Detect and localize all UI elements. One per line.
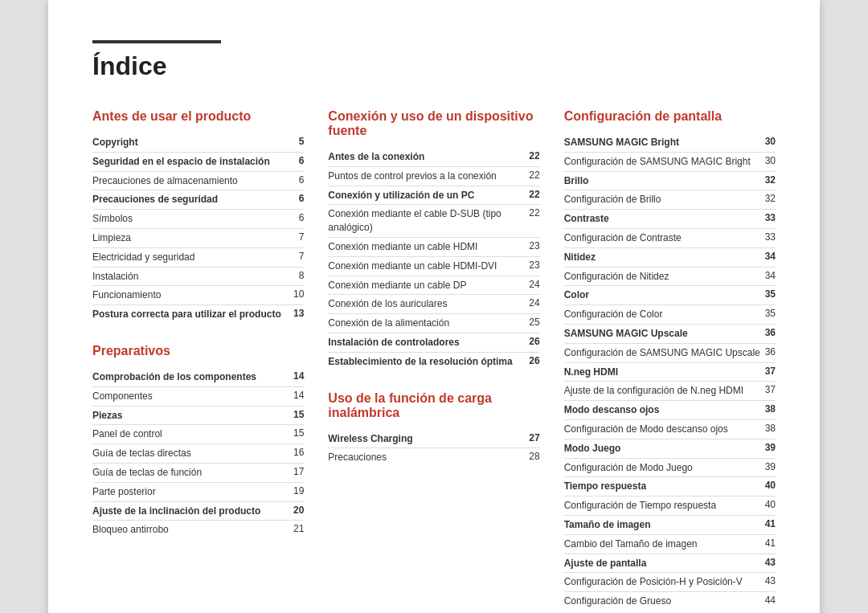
entry-page: 40 xyxy=(765,477,776,497)
table-row: Panel de control15 xyxy=(92,425,304,444)
table-row: Postura correcta para utilizar el produc… xyxy=(92,305,304,324)
table-row: Símbolos6 xyxy=(92,210,304,229)
entry-page: 13 xyxy=(293,305,304,324)
table-row: Tiempo respuesta40 xyxy=(564,477,776,497)
entry-label: Conexión mediante el cable D-SUB (tipo a… xyxy=(328,205,529,238)
entry-page: 33 xyxy=(765,210,776,229)
section-title-conexion: Conexión y uso de un dispositivo fuente xyxy=(328,109,539,138)
entry-page: 43 xyxy=(765,573,776,592)
entry-page: 39 xyxy=(765,439,776,458)
entry-page: 34 xyxy=(765,267,776,286)
column-2: Conexión y uso de un dispositivo fuente … xyxy=(328,109,563,613)
entry-page: 38 xyxy=(765,401,776,420)
entry-page: 32 xyxy=(765,171,776,190)
entry-label: Puntos de control previos a la conexión xyxy=(328,166,529,186)
section-configuracion: Configuración de pantalla SAMSUNG MAGIC … xyxy=(564,109,776,611)
entry-label: Establecimiento de la resolución óptima xyxy=(328,352,529,370)
entry-label: N.neg HDMI xyxy=(564,362,765,382)
entry-page: 30 xyxy=(765,133,776,152)
table-row: Wireless Charging27 xyxy=(328,430,539,448)
entry-label: Configuración de SAMSUNG MAGIC Upscale xyxy=(564,343,765,362)
toc-table-carga: Wireless Charging27Precauciones28 xyxy=(328,430,539,468)
entry-label: Cambio del Tamaño de imagen xyxy=(564,534,765,554)
entry-label: Contraste xyxy=(564,210,765,229)
entry-page: 24 xyxy=(529,295,539,314)
table-row: Modo Juego39 xyxy=(564,439,776,458)
entry-label: Conexión mediante un cable HDMI-DVI xyxy=(328,256,529,276)
entry-label: Guía de teclas de función xyxy=(92,463,292,482)
entry-label: Tiempo respuesta xyxy=(564,477,765,497)
entry-page: 10 xyxy=(293,286,304,305)
entry-label: Ajuste de pantalla xyxy=(564,554,765,573)
entry-label: Funcionamiento xyxy=(92,286,293,305)
entry-page: 16 xyxy=(292,444,304,464)
entry-label: Brillo xyxy=(564,171,765,190)
entry-label: Bloqueo antirrobo xyxy=(92,521,292,539)
entry-page: 44 xyxy=(765,592,776,611)
entry-page: 43 xyxy=(765,554,776,573)
entry-label: Símbolos xyxy=(92,210,293,229)
entry-label: Instalación de controladores xyxy=(328,333,529,352)
table-row: Precauciones de seguridad6 xyxy=(92,190,304,210)
table-row: Copyright5 xyxy=(92,133,304,152)
entry-label: Copyright xyxy=(92,133,293,152)
entry-page: 7 xyxy=(293,247,304,267)
table-row: Funcionamiento10 xyxy=(92,286,304,305)
entry-page: 20 xyxy=(292,501,304,521)
entry-label: Modo Juego xyxy=(564,439,765,458)
table-row: Configuración de Brillo32 xyxy=(564,190,776,210)
column-3: Configuración de pantalla SAMSUNG MAGIC … xyxy=(564,109,776,613)
table-row: Electricidad y seguridad7 xyxy=(92,247,304,267)
entry-label: Configuración de Color xyxy=(564,305,765,325)
entry-label: Comprobación de los componentes xyxy=(92,368,292,386)
table-row: Conexión mediante el cable D-SUB (tipo a… xyxy=(328,205,539,238)
entry-page: 24 xyxy=(529,276,539,295)
table-row: Parte posterior19 xyxy=(92,482,304,501)
table-row: Configuración de Modo Juego39 xyxy=(564,458,776,477)
table-row: Conexión mediante un cable HDMI-DVI23 xyxy=(328,256,539,276)
entry-label: Piezas xyxy=(92,406,292,425)
entry-label: Configuración de Modo descanso ojos xyxy=(564,419,765,439)
entry-label: Conexión mediante un cable HDMI xyxy=(328,237,529,256)
entry-label: Ajuste de la inclinación del producto xyxy=(92,501,292,521)
table-row: N.neg HDMI37 xyxy=(564,362,776,382)
title-bar xyxy=(92,40,221,43)
table-row: Instalación8 xyxy=(92,267,304,286)
entry-label: Antes de la conexión xyxy=(328,148,529,166)
entry-label: Configuración de SAMSUNG MAGIC Bright xyxy=(564,152,765,171)
entry-page: 6 xyxy=(293,210,304,229)
table-row: Brillo32 xyxy=(564,171,776,190)
table-row: Cambio del Tamaño de imagen41 xyxy=(564,534,776,554)
table-row: Puntos de control previos a la conexión2… xyxy=(328,166,539,186)
entry-page: 21 xyxy=(292,521,304,539)
entry-page: 36 xyxy=(765,324,776,343)
entry-page: 35 xyxy=(765,286,776,305)
entry-page: 37 xyxy=(765,382,776,401)
entry-label: Conexión de los auriculares xyxy=(328,295,529,314)
table-row: Conexión de la alimentación25 xyxy=(328,314,539,333)
entry-label: Modo descanso ojos xyxy=(564,401,765,420)
entry-page: 6 xyxy=(293,171,304,190)
section-antes: Antes de usar el producto Copyright5Segu… xyxy=(92,109,304,324)
entry-label: Configuración de Contraste xyxy=(564,228,765,247)
entry-page: 23 xyxy=(529,237,539,256)
entry-page: 14 xyxy=(292,386,304,406)
table-row: Configuración de Modo descanso ojos38 xyxy=(564,419,776,439)
entry-label: Nitidez xyxy=(564,247,765,267)
entry-page: 22 xyxy=(529,186,539,205)
table-row: Antes de la conexión22 xyxy=(328,148,539,166)
table-row: Nitidez34 xyxy=(564,247,776,267)
entry-page: 36 xyxy=(765,343,776,362)
section-title-antes: Antes de usar el producto xyxy=(92,109,304,124)
section-preparativos: Preparativos Comprobación de los compone… xyxy=(92,344,304,539)
table-row: Conexión de los auriculares24 xyxy=(328,295,539,314)
table-row: Precauciones de almacenamiento6 xyxy=(92,171,304,190)
entry-label: Seguridad en el espacio de instalación xyxy=(92,152,293,171)
entry-label: Precauciones xyxy=(328,448,517,467)
table-row: Guía de teclas de función17 xyxy=(92,463,304,482)
table-row: Configuración de Tiempo respuesta40 xyxy=(564,497,776,516)
entry-label: Configuración de Brillo xyxy=(564,190,765,210)
table-row: Conexión y utilización de un PC22 xyxy=(328,186,539,205)
entry-page: 41 xyxy=(765,515,776,534)
table-row: Bloqueo antirrobo21 xyxy=(92,521,304,539)
